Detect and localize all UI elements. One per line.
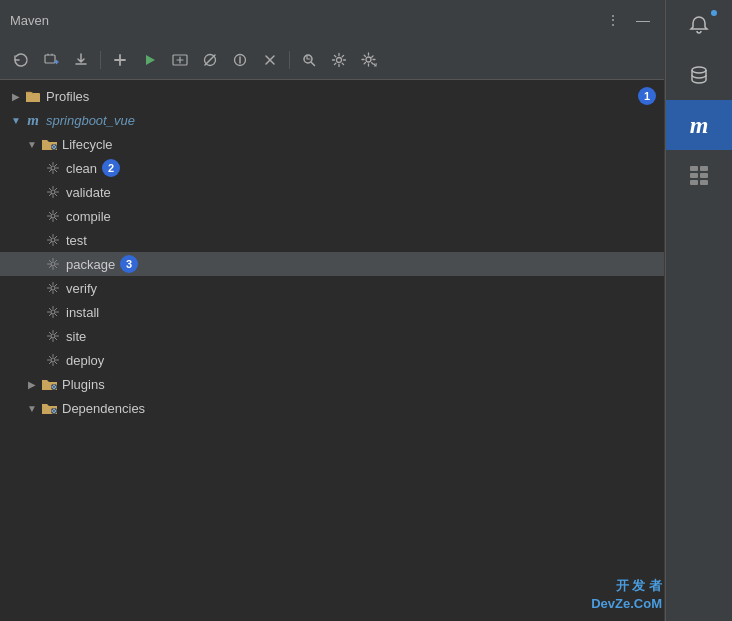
tree-item-test[interactable]: test bbox=[0, 228, 664, 252]
compile-gear-icon bbox=[44, 207, 62, 225]
separator-2 bbox=[289, 51, 290, 69]
close-run-button[interactable] bbox=[257, 48, 283, 72]
tree-item-profiles[interactable]: ▶ Profiles 1 bbox=[0, 84, 664, 108]
svg-rect-30 bbox=[690, 180, 698, 185]
svg-point-12 bbox=[51, 166, 55, 170]
deploy-label: deploy bbox=[66, 353, 104, 368]
tree-item-compile[interactable]: compile bbox=[0, 204, 664, 228]
svg-point-16 bbox=[51, 262, 55, 266]
maven-sidebar-button[interactable]: m bbox=[666, 100, 733, 150]
tree-item-dependencies[interactable]: ▼ Dependencies bbox=[0, 396, 664, 420]
site-label: site bbox=[66, 329, 86, 344]
tree-item-site[interactable]: site bbox=[0, 324, 664, 348]
svg-rect-27 bbox=[700, 166, 708, 171]
lifecycle-label: Lifecycle bbox=[62, 137, 113, 152]
minimize-button[interactable]: — bbox=[632, 10, 654, 30]
test-gear-icon bbox=[44, 231, 62, 249]
install-label: install bbox=[66, 305, 99, 320]
more-options-button[interactable]: ⋮ bbox=[602, 10, 624, 30]
svg-point-25 bbox=[692, 67, 706, 73]
tree-item-plugins[interactable]: ▶ Plugins bbox=[0, 372, 664, 396]
tree-item-package[interactable]: package 3 bbox=[0, 252, 664, 276]
tree-item-deploy[interactable]: deploy bbox=[0, 348, 664, 372]
tree-item-validate[interactable]: validate bbox=[0, 180, 664, 204]
maven-module-icon: m bbox=[24, 111, 42, 129]
package-badge: 3 bbox=[120, 255, 138, 273]
settings-button[interactable] bbox=[326, 48, 352, 72]
run-debug-button[interactable] bbox=[167, 48, 193, 72]
svg-point-18 bbox=[51, 310, 55, 314]
panel-title: Maven bbox=[10, 13, 49, 28]
site-gear-icon bbox=[44, 327, 62, 345]
maven-m-icon: m bbox=[690, 112, 709, 139]
svg-marker-1 bbox=[146, 55, 155, 65]
install-gear-icon bbox=[44, 303, 62, 321]
verify-label: verify bbox=[66, 281, 97, 296]
notification-button[interactable] bbox=[666, 0, 733, 50]
svg-point-6 bbox=[337, 57, 342, 62]
plugins-arrow: ▶ bbox=[24, 376, 40, 392]
grid-button[interactable] bbox=[666, 150, 733, 200]
svg-point-7 bbox=[366, 57, 371, 62]
title-bar: Maven ⋮ — bbox=[0, 0, 664, 40]
svg-point-19 bbox=[51, 334, 55, 338]
lifecycle-folder-icon bbox=[40, 135, 58, 153]
svg-rect-29 bbox=[700, 173, 708, 178]
tree-item-springboot-vue[interactable]: ▼ m springboot_vue bbox=[0, 108, 664, 132]
dependencies-folder-icon bbox=[40, 399, 58, 417]
database-button[interactable] bbox=[666, 50, 733, 100]
dependencies-label: Dependencies bbox=[62, 401, 145, 416]
reload-button[interactable] bbox=[8, 48, 34, 72]
profiles-arrow: ▶ bbox=[8, 88, 24, 104]
clean-gear-icon bbox=[44, 159, 62, 177]
validate-gear-icon bbox=[44, 183, 62, 201]
profiles-folder-icon bbox=[24, 87, 42, 105]
springboot-arrow: ▼ bbox=[8, 112, 24, 128]
lifecycle-arrow: ▼ bbox=[24, 136, 40, 152]
svg-point-20 bbox=[51, 358, 55, 362]
download-sources-button[interactable] bbox=[68, 48, 94, 72]
tree-item-clean[interactable]: clean 2 bbox=[0, 156, 664, 180]
verify-gear-icon bbox=[44, 279, 62, 297]
tree-content: ▶ Profiles 1 ▼ m springboot_vue bbox=[0, 80, 664, 621]
dependencies-arrow: ▼ bbox=[24, 400, 40, 416]
profiles-label: Profiles bbox=[46, 89, 89, 104]
add-managed-button[interactable] bbox=[38, 48, 64, 72]
profiles-left: ▶ Profiles bbox=[4, 87, 89, 105]
title-actions: ⋮ — bbox=[602, 10, 654, 30]
tree-item-verify[interactable]: verify bbox=[0, 276, 664, 300]
clean-label: clean bbox=[66, 161, 97, 176]
svg-rect-31 bbox=[700, 180, 708, 185]
tree-item-lifecycle[interactable]: ▼ Lifecycle bbox=[0, 132, 664, 156]
deploy-gear-icon bbox=[44, 351, 62, 369]
separator-1 bbox=[100, 51, 101, 69]
test-label: test bbox=[66, 233, 87, 248]
main-panel: Maven ⋮ — bbox=[0, 0, 665, 621]
notification-dot bbox=[709, 8, 719, 18]
profiles-badge: 1 bbox=[638, 87, 656, 105]
plugins-label: Plugins bbox=[62, 377, 105, 392]
svg-point-13 bbox=[51, 190, 55, 194]
right-sidebar: m bbox=[665, 0, 732, 621]
compile-label: compile bbox=[66, 209, 111, 224]
package-label: package bbox=[66, 257, 115, 272]
maven-settings-button[interactable]: ↗ bbox=[356, 48, 382, 72]
svg-point-15 bbox=[51, 238, 55, 242]
run-button[interactable] bbox=[137, 48, 163, 72]
svg-rect-26 bbox=[690, 166, 698, 171]
find-button[interactable] bbox=[296, 48, 322, 72]
skip-tests-button[interactable] bbox=[197, 48, 223, 72]
svg-rect-9 bbox=[26, 93, 40, 102]
toolbar: ↗ bbox=[0, 40, 664, 80]
clean-badge: 2 bbox=[102, 159, 120, 177]
svg-rect-0 bbox=[45, 55, 55, 63]
svg-point-17 bbox=[51, 286, 55, 290]
plugins-folder-icon bbox=[40, 375, 58, 393]
svg-point-14 bbox=[51, 214, 55, 218]
validate-label: validate bbox=[66, 185, 111, 200]
springboot-label: springboot_vue bbox=[46, 113, 135, 128]
svg-text:↗: ↗ bbox=[373, 62, 377, 68]
add-button[interactable] bbox=[107, 48, 133, 72]
no-run-button[interactable] bbox=[227, 48, 253, 72]
tree-item-install[interactable]: install bbox=[0, 300, 664, 324]
